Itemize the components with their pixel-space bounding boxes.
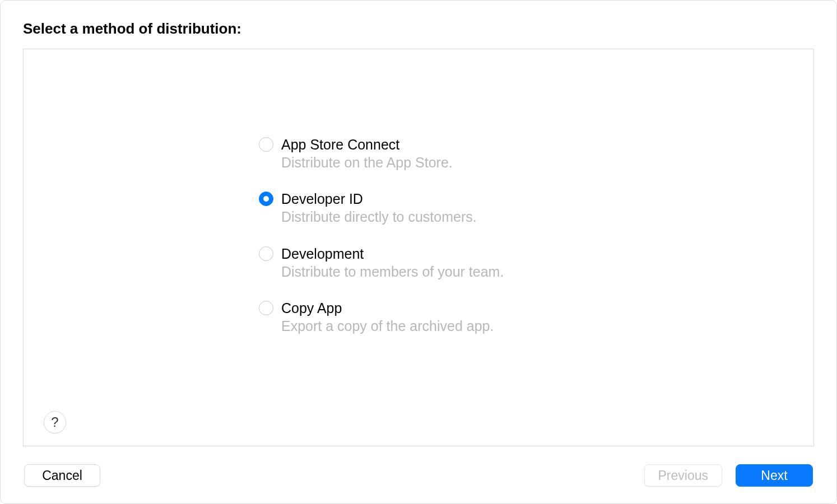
option-text: Developer ID Distribute directly to cust… <box>281 190 477 226</box>
button-group-right: Previous Next <box>644 464 813 487</box>
dialog-heading: Select a method of distribution: <box>23 20 814 38</box>
option-copy-app[interactable]: Copy App Export a copy of the archived a… <box>259 300 494 335</box>
previous-button: Previous <box>644 464 722 487</box>
option-title: Development <box>281 245 504 262</box>
help-icon: ? <box>51 414 58 430</box>
option-app-store-connect[interactable]: App Store Connect Distribute on the App … <box>259 136 453 171</box>
option-desc: Export a copy of the archived app. <box>281 318 494 335</box>
option-desc: Distribute to members of your team. <box>281 263 504 281</box>
radio-copy-app[interactable] <box>259 301 273 315</box>
content-box: App Store Connect Distribute on the App … <box>23 49 814 446</box>
button-bar: Cancel Previous Next <box>23 464 814 487</box>
option-title: Developer ID <box>281 190 477 207</box>
radio-app-store-connect[interactable] <box>259 137 273 152</box>
option-text: Development Distribute to members of you… <box>281 245 504 281</box>
option-title: App Store Connect <box>281 136 453 153</box>
option-title: Copy App <box>281 300 494 316</box>
radio-development[interactable] <box>259 246 273 261</box>
cancel-button[interactable]: Cancel <box>24 464 100 487</box>
option-development[interactable]: Development Distribute to members of you… <box>259 245 504 281</box>
option-text: App Store Connect Distribute on the App … <box>281 136 453 171</box>
option-developer-id[interactable]: Developer ID Distribute directly to cust… <box>259 190 477 226</box>
option-desc: Distribute on the App Store. <box>281 154 453 171</box>
help-button[interactable]: ? <box>44 411 66 433</box>
radio-developer-id[interactable] <box>259 192 273 206</box>
option-text: Copy App Export a copy of the archived a… <box>281 300 494 335</box>
distribution-method-dialog: Select a method of distribution: App Sto… <box>1 1 836 503</box>
options-wrapper: App Store Connect Distribute on the App … <box>24 49 813 335</box>
option-desc: Distribute directly to customers. <box>281 208 477 226</box>
next-button[interactable]: Next <box>736 464 813 487</box>
